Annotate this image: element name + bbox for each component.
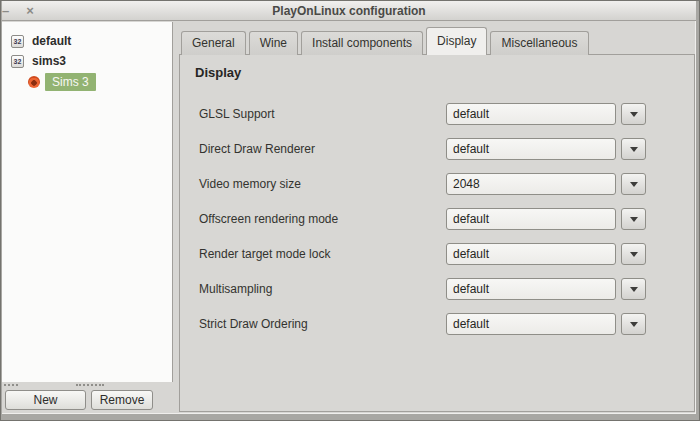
list-item-default[interactable]: 32 default [2, 31, 172, 51]
prefix-list: 32 default 32 sims3 Sims 3 [2, 22, 173, 382]
panel-heading: Display [195, 65, 241, 80]
tab-display[interactable]: Display [426, 27, 487, 55]
combo-arrow-button[interactable] [621, 103, 646, 125]
form-row-render-target-mode-lock: Render target mode lock [199, 243, 646, 265]
strict-draw-ordering-combobox [446, 313, 646, 335]
window-title: PlayOnLinux configuration [272, 4, 425, 18]
list-item-label: sims3 [32, 54, 66, 68]
field-label: Render target mode lock [199, 247, 330, 261]
chevron-down-icon [630, 252, 638, 257]
form-row-video-memory-size: Video memory size [199, 173, 646, 195]
resize-grip[interactable] [4, 384, 18, 386]
field-label: Direct Draw Renderer [199, 142, 315, 156]
window-controls: – × [2, 1, 34, 21]
combo-entry[interactable] [446, 208, 616, 230]
titlebar[interactable]: PlayOnLinux configuration – × [2, 1, 696, 21]
new-button[interactable]: New [5, 390, 86, 410]
combo-arrow-button[interactable] [621, 208, 646, 230]
shortcut-bullet-icon [28, 76, 40, 88]
tab-general[interactable]: General [181, 31, 246, 55]
offscreen-rendering-mode-combobox [446, 208, 646, 230]
multisampling-combobox [446, 278, 646, 300]
arch-32-badge-icon: 32 [11, 35, 24, 48]
combo-arrow-button[interactable] [621, 138, 646, 160]
combo-arrow-button[interactable] [621, 173, 646, 195]
arch-32-badge-icon: 32 [11, 55, 24, 68]
field-label: Multisampling [199, 282, 272, 296]
remove-button[interactable]: Remove [91, 390, 153, 410]
tab-miscellaneous[interactable]: Miscellaneous [490, 31, 588, 55]
chevron-down-icon [630, 217, 638, 222]
form-row-strict-draw-ordering: Strict Draw Ordering [199, 313, 646, 335]
combo-entry[interactable] [446, 103, 616, 125]
chevron-down-icon [630, 322, 638, 327]
form-row-offscreen-rendering-mode: Offscreen rendering mode [199, 208, 646, 230]
form-row-direct-draw-renderer: Direct Draw Renderer [199, 138, 646, 160]
combo-entry[interactable] [446, 138, 616, 160]
combo-arrow-button[interactable] [621, 278, 646, 300]
window-inner: PlayOnLinux configuration – × 32 default… [2, 1, 696, 414]
field-label: Strict Draw Ordering [199, 317, 308, 331]
settings-form: GLSL Support Direct Draw Renderer Video … [199, 103, 646, 348]
chevron-down-icon [630, 182, 638, 187]
glsl-support-combobox [446, 103, 646, 125]
direct-draw-renderer-combobox [446, 138, 646, 160]
window: PlayOnLinux configuration – × 32 default… [0, 0, 700, 421]
sidebar-button-bar: New Remove [2, 390, 173, 410]
tab-install-components[interactable]: Install components [301, 31, 423, 55]
chevron-down-icon [630, 112, 638, 117]
combo-entry[interactable] [446, 278, 616, 300]
list-item-sims3-shortcut[interactable]: Sims 3 [2, 72, 172, 92]
render-target-mode-lock-combobox [446, 243, 646, 265]
selected-item-label: Sims 3 [45, 73, 96, 91]
combo-entry[interactable] [446, 243, 616, 265]
chevron-down-icon [630, 287, 638, 292]
field-label: Offscreen rendering mode [199, 212, 338, 226]
list-item-sims3[interactable]: 32 sims3 [2, 51, 172, 71]
minimize-icon[interactable]: – [2, 1, 9, 21]
combo-entry[interactable] [446, 313, 616, 335]
combo-entry[interactable] [446, 173, 616, 195]
tab-bar: General Wine Install components Display … [181, 27, 589, 55]
close-icon[interactable]: × [26, 1, 34, 21]
list-item-label: default [32, 34, 71, 48]
chevron-down-icon [630, 147, 638, 152]
resize-grip[interactable] [76, 384, 104, 386]
combo-arrow-button[interactable] [621, 243, 646, 265]
field-label: GLSL Support [199, 107, 275, 121]
form-row-multisampling: Multisampling [199, 278, 646, 300]
display-settings-panel: Display GLSL Support Direct Draw Rendere… [179, 54, 695, 412]
combo-arrow-button[interactable] [621, 313, 646, 335]
field-label: Video memory size [199, 177, 301, 191]
video-memory-size-combobox [446, 173, 646, 195]
form-row-glsl-support: GLSL Support [199, 103, 646, 125]
tab-wine[interactable]: Wine [249, 31, 298, 55]
